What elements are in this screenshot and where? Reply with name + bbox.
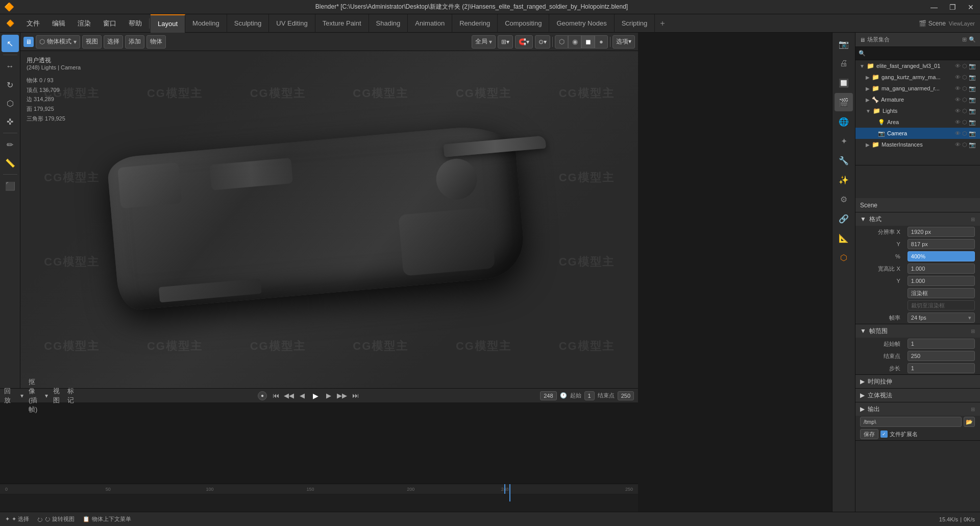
playback-button[interactable]: 回放 bbox=[4, 390, 15, 401]
format-res-x-input[interactable]: 1920 px bbox=[908, 227, 975, 237]
solid-shading[interactable]: ◉ bbox=[568, 35, 581, 49]
add-workspace-button[interactable]: + bbox=[655, 19, 670, 28]
tab-rendering[interactable]: Rendering bbox=[452, 14, 498, 33]
prev-keyframe-button[interactable]: ◀◀ bbox=[283, 390, 295, 401]
render-props-icon[interactable]: 📷 bbox=[835, 35, 853, 53]
select-menu[interactable]: 选择 bbox=[104, 35, 123, 49]
overlays-toggle[interactable]: 选项▾ bbox=[612, 35, 635, 49]
tree-item-lights[interactable]: ▼ 📁 Lights 👁 ⬡ 📷 bbox=[855, 105, 980, 116]
start-frame-input[interactable]: 1 bbox=[908, 339, 975, 349]
props-framerange-header[interactable]: ▼ 帧范围 ⊞ bbox=[855, 324, 980, 338]
tab-geometry-nodes[interactable]: Geometry Nodes bbox=[549, 14, 614, 33]
select-tool[interactable]: ↖ bbox=[2, 35, 19, 52]
jump-start-button[interactable]: ⏮ bbox=[270, 390, 281, 401]
physics-props-icon[interactable]: ⚙ bbox=[835, 190, 853, 208]
material-shading[interactable]: ◼ bbox=[581, 35, 595, 49]
end-frame-input[interactable]: 250 bbox=[908, 351, 975, 361]
tab-compositing[interactable]: Compositing bbox=[498, 14, 549, 33]
maximize-button[interactable]: ❐ bbox=[943, 0, 962, 14]
tab-layout[interactable]: Layout bbox=[151, 14, 185, 33]
format-croprender-btn[interactable]: 裁切至渲染框 bbox=[908, 300, 975, 310]
tab-scripting[interactable]: Scripting bbox=[615, 14, 655, 33]
object-menu[interactable]: 物体 bbox=[146, 35, 166, 49]
menu-file[interactable]: 文件 bbox=[20, 14, 46, 33]
tree-item-gang-kurtz[interactable]: ▶ 📁 gang_kurtz_army_ma... 👁 ⬡ 📷 bbox=[855, 71, 980, 83]
start-frame[interactable]: 1 bbox=[584, 391, 595, 400]
tree-item-camera[interactable]: 📷 Camera 👁 ⬡ 📷 bbox=[855, 128, 980, 139]
format-fps-select[interactable]: 24 fps ▾ bbox=[908, 313, 975, 323]
menu-render[interactable]: 渲染 bbox=[71, 14, 97, 33]
wireframe-shading[interactable]: ⬡ bbox=[555, 35, 568, 49]
modifier-props-icon[interactable]: 🔧 bbox=[835, 151, 853, 170]
end-frame[interactable]: 250 bbox=[618, 391, 634, 400]
scene-props-icon[interactable]: 🎬 bbox=[835, 93, 853, 111]
render-shading[interactable]: ● bbox=[595, 35, 608, 49]
filter-icon[interactable]: ⊞ bbox=[962, 36, 967, 43]
data-props-icon[interactable]: 📐 bbox=[835, 229, 853, 247]
3d-viewport[interactable]: CG模型主 CG模型主 CG模型主 CG模型主 CG模型主 CG模型主 CG模型… bbox=[20, 51, 638, 388]
output-options-icon[interactable]: ⊞ bbox=[971, 407, 975, 412]
measure-tool[interactable]: 📏 bbox=[2, 154, 19, 172]
editor-type-button[interactable]: 🖥 bbox=[23, 37, 34, 47]
tree-item-masterinstances[interactable]: ▶ 📁 MasterInstances 👁 ⬡ 📷 bbox=[855, 139, 980, 150]
close-button[interactable]: ✕ bbox=[962, 0, 980, 14]
particles-props-icon[interactable]: ✨ bbox=[835, 171, 853, 189]
next-keyframe-button[interactable]: ▶▶ bbox=[336, 390, 348, 401]
props-timestretch-header[interactable]: ▶ 时间拉伸 bbox=[855, 375, 980, 388]
props-output-header[interactable]: ▶ 输出 ⊞ bbox=[855, 402, 980, 416]
tab-modeling[interactable]: Modeling bbox=[185, 14, 227, 33]
keying-dropdown[interactable]: ▾ bbox=[43, 392, 50, 399]
timeline-ruler[interactable]: 0 50 100 150 200 248 250 bbox=[0, 484, 638, 512]
marker-button[interactable]: 标记 bbox=[67, 390, 79, 401]
rotate-tool[interactable]: ↻ bbox=[2, 76, 19, 93]
format-options-icon[interactable]: ⊞ bbox=[971, 217, 975, 222]
props-format-header[interactable]: ▼ 格式 ⊞ bbox=[855, 212, 980, 226]
move-tool[interactable]: ↔ bbox=[2, 58, 19, 75]
transform-individual[interactable]: ⊞▾ bbox=[498, 35, 513, 49]
tree-item-collection-root[interactable]: ▼ 📁 elite_fast_ranged_lvl3_01 👁 ⬡ 📷 bbox=[855, 60, 980, 71]
menu-blender[interactable]: 🔶 bbox=[0, 14, 20, 33]
view-timeline-button[interactable]: 视图 bbox=[53, 390, 64, 401]
keying-button[interactable]: 抠像(插帧) bbox=[29, 390, 40, 401]
tree-item-ma-gang[interactable]: ▶ 📁 ma_gang_unarmed_r... 👁 ⬡ 📷 bbox=[855, 83, 980, 94]
tab-shading[interactable]: Shading bbox=[369, 14, 408, 33]
playback-dropdown[interactable]: ▾ bbox=[18, 392, 26, 399]
menu-help[interactable]: 帮助 bbox=[122, 14, 148, 33]
material-props-icon[interactable]: ⬡ bbox=[835, 248, 853, 267]
object-props-icon[interactable]: ✦ bbox=[835, 132, 853, 150]
world-props-icon[interactable]: 🌐 bbox=[835, 112, 853, 131]
snap-toggle[interactable]: 🧲▾ bbox=[515, 35, 533, 49]
current-frame-display[interactable]: 248 bbox=[540, 391, 556, 400]
add-menu[interactable]: 添加 bbox=[125, 35, 144, 49]
annotate-tool[interactable]: ✏ bbox=[2, 136, 19, 153]
output-path-input[interactable]: /tmp\ bbox=[860, 417, 962, 427]
step-input[interactable]: 1 bbox=[908, 363, 975, 373]
view-layer-props-icon[interactable]: 🔲 bbox=[835, 74, 853, 92]
props-stereo-header[interactable]: ▶ 立体视法 bbox=[855, 389, 980, 402]
scale-tool[interactable]: ⬡ bbox=[2, 94, 19, 112]
menu-edit[interactable]: 编辑 bbox=[46, 14, 71, 33]
prev-frame-button[interactable]: ◀ bbox=[297, 390, 308, 401]
search-input[interactable] bbox=[868, 51, 977, 57]
play-button[interactable]: ▶ bbox=[310, 390, 321, 401]
output-browse-button[interactable]: 📂 bbox=[964, 417, 975, 427]
format-renderbox-btn[interactable]: 渲染框 bbox=[908, 288, 975, 298]
tab-uv-editing[interactable]: UV Editing bbox=[269, 14, 315, 33]
tab-texture-paint[interactable]: Texture Paint bbox=[315, 14, 369, 33]
format-ratio-y-input[interactable]: 1.000 bbox=[908, 276, 975, 286]
transform-tool[interactable]: ✜ bbox=[2, 113, 19, 130]
output-props-icon[interactable]: 🖨 bbox=[835, 54, 853, 73]
view-menu[interactable]: 视图 bbox=[82, 35, 102, 49]
scene-selector[interactable]: 🎬 Scene bbox=[919, 20, 945, 27]
timeline-tracks[interactable] bbox=[0, 494, 638, 512]
constraints-props-icon[interactable]: 🔗 bbox=[835, 209, 853, 228]
menu-window[interactable]: 窗口 bbox=[97, 14, 122, 33]
add-cube-tool[interactable]: ⬛ bbox=[2, 177, 19, 195]
minimize-button[interactable]: — bbox=[925, 0, 943, 14]
format-res-y-input[interactable]: 817 px bbox=[908, 239, 975, 249]
transform-global[interactable]: 全局▾ bbox=[472, 35, 496, 49]
jump-end-button[interactable]: ⏭ bbox=[350, 390, 361, 401]
tree-item-armature[interactable]: ▶ 🦴 Armature 👁 ⬡ 📷 bbox=[855, 94, 980, 105]
next-frame-button[interactable]: ▶ bbox=[323, 390, 334, 401]
proportional-edit[interactable]: ⊙▾ bbox=[535, 35, 550, 49]
